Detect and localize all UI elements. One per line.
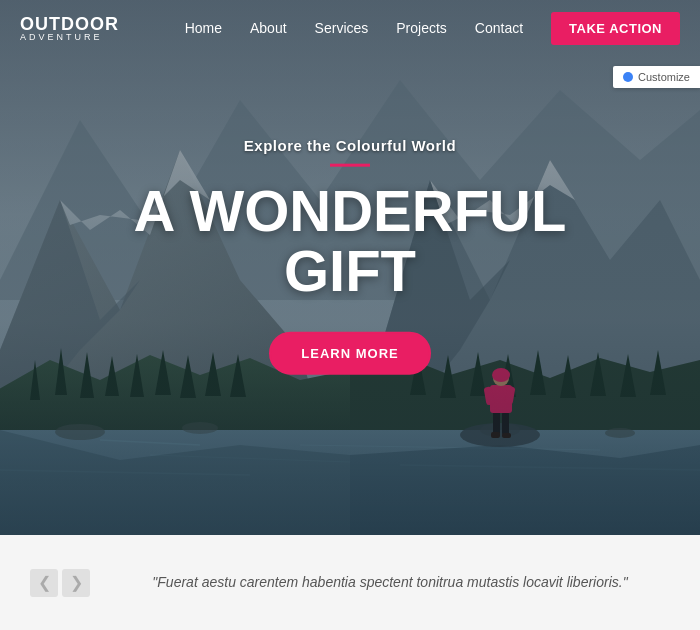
nav-link-about[interactable]: About (250, 20, 287, 36)
hero-title-line2: GIFT (284, 238, 416, 303)
quote-text: "Fuerat aestu carentem habentia spectent… (110, 572, 670, 593)
nav-cta-button[interactable]: TAKE ACTION (551, 12, 680, 45)
hero-content: Explore the Colourful World A WONDERFUL … (35, 136, 665, 375)
hero-section: OUTDOOR ADVENTURE Home About Services Pr… (0, 0, 700, 535)
hero-learn-more-button[interactable]: LEARN MORE (269, 332, 430, 375)
nav-cta-item[interactable]: TAKE ACTION (551, 19, 680, 37)
nav-item-services[interactable]: Services (315, 19, 369, 37)
quote-icon-right: ❯ (62, 569, 90, 597)
nav-item-home[interactable]: Home (185, 19, 222, 37)
customize-icon (623, 72, 633, 82)
logo: OUTDOOR ADVENTURE (20, 15, 119, 42)
navbar: OUTDOOR ADVENTURE Home About Services Pr… (0, 0, 700, 56)
customize-button[interactable]: Customize (613, 66, 700, 88)
customize-label: Customize (638, 71, 690, 83)
nav-item-about[interactable]: About (250, 19, 287, 37)
logo-tagline: ADVENTURE (20, 33, 119, 42)
quote-icons: ❮ ❯ (30, 569, 90, 597)
nav-link-projects[interactable]: Projects (396, 20, 447, 36)
bottom-section: ❮ ❯ "Fuerat aestu carentem habentia spec… (0, 535, 700, 630)
logo-name: OUTDOOR (20, 15, 119, 33)
hero-title-line1: A WONDERFUL (134, 177, 567, 242)
hero-subtitle: Explore the Colourful World (35, 136, 665, 153)
nav-link-contact[interactable]: Contact (475, 20, 523, 36)
hero-title: A WONDERFUL GIFT (35, 180, 665, 302)
nav-links: Home About Services Projects Contact TAK… (185, 19, 680, 37)
nav-item-contact[interactable]: Contact (475, 19, 523, 37)
quote-icon-left: ❮ (30, 569, 58, 597)
nav-item-projects[interactable]: Projects (396, 19, 447, 37)
nav-link-services[interactable]: Services (315, 20, 369, 36)
hero-divider (330, 163, 370, 166)
nav-link-home[interactable]: Home (185, 20, 222, 36)
